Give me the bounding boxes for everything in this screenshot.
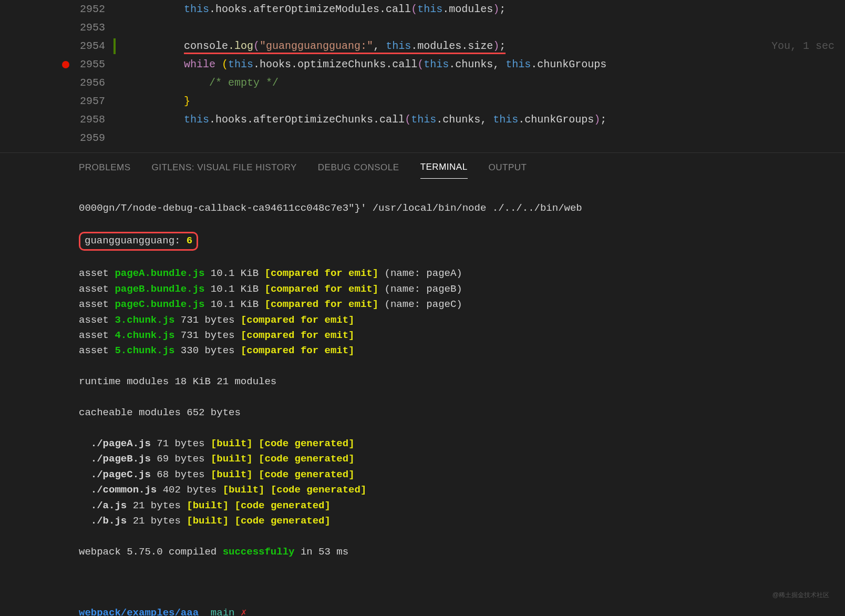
line-number: 2958 bbox=[80, 111, 105, 129]
terminal-line: runtime modules 18 KiB 21 modules bbox=[79, 374, 829, 389]
git-blame: You, 1 sec bbox=[771, 37, 834, 55]
terminal-content[interactable]: 0000gn/T/node-debug-callback-ca94611cc04… bbox=[0, 179, 845, 616]
panel: PROBLEMS GITLENS: VISUAL FILE HISTORY DE… bbox=[0, 152, 845, 616]
terminal-line: 0000gn/T/node-debug-callback-ca94611cc04… bbox=[79, 201, 829, 216]
code[interactable]: this.hooks.afterOptimizeChunks.call(this… bbox=[121, 111, 845, 129]
line-number: 2952 bbox=[80, 1, 105, 18]
tab-gitlens[interactable]: GITLENS: VISUAL FILE HISTORY bbox=[151, 160, 296, 179]
code[interactable]: console.log("guangguangguang:", this.mod… bbox=[121, 37, 845, 55]
breakpoint-icon[interactable] bbox=[62, 61, 69, 68]
terminal-built-line: ./pageB.js 69 bytes [built] [code genera… bbox=[79, 451, 829, 467]
code[interactable]: } bbox=[121, 93, 845, 110]
tab-terminal[interactable]: TERMINAL bbox=[420, 160, 468, 179]
modified-indicator bbox=[114, 38, 116, 54]
terminal-asset-line: asset pageB.bundle.js 10.1 KiB [compared… bbox=[79, 282, 829, 297]
gutter[interactable]: 2959 bbox=[0, 129, 121, 147]
gutter[interactable]: 2956 bbox=[0, 74, 121, 92]
line-number: 2957 bbox=[80, 93, 105, 110]
editor-pane[interactable]: 2952 this.hooks.afterOptimizeModules.cal… bbox=[0, 0, 845, 152]
gutter[interactable]: 2953 bbox=[0, 19, 121, 37]
terminal-built-line: ./a.js 21 bytes [built] [code generated] bbox=[79, 498, 829, 514]
terminal-built-line: ./pageC.js 68 bytes [built] [code genera… bbox=[79, 467, 829, 482]
watermark: @稀土掘金技术社区 bbox=[772, 590, 829, 600]
code-line[interactable]: 2955 while (this.hooks.optimizeChunks.ca… bbox=[0, 55, 845, 74]
gutter[interactable]: 2957 bbox=[0, 93, 121, 110]
terminal-line-highlight: guangguangguang: 6 bbox=[79, 232, 829, 250]
terminal-prompt[interactable]: webpack/examples/aaa main ✗ bbox=[79, 605, 829, 616]
terminal-asset-line: asset pageC.bundle.js 10.1 KiB [compared… bbox=[79, 297, 829, 312]
code-line[interactable]: 2952 this.hooks.afterOptimizeModules.cal… bbox=[0, 0, 845, 18]
terminal-asset-line: asset 4.chunk.js 731 bytes [compared for… bbox=[79, 328, 829, 343]
terminal-built-line: ./b.js 21 bytes [built] [code generated] bbox=[79, 514, 829, 529]
line-number: 2955 bbox=[80, 56, 105, 74]
code-line[interactable]: 2957 } bbox=[0, 92, 845, 110]
code-line[interactable]: 2954 console.log("guangguangguang:", thi… bbox=[0, 37, 845, 55]
terminal-asset-line: asset pageA.bundle.js 10.1 KiB [compared… bbox=[79, 266, 829, 281]
code-line[interactable]: 2958 this.hooks.afterOptimizeChunks.call… bbox=[0, 110, 845, 129]
tab-debug-console[interactable]: DEBUG CONSOLE bbox=[318, 160, 399, 179]
terminal-built-line: ./common.js 402 bytes [built] [code gene… bbox=[79, 482, 829, 498]
terminal-asset-line: asset 3.chunk.js 731 bytes [compared for… bbox=[79, 313, 829, 328]
line-number: 2959 bbox=[80, 129, 105, 147]
code-line[interactable]: 2959 bbox=[0, 129, 845, 147]
code-line[interactable]: 2953 bbox=[0, 18, 845, 37]
panel-tabs: PROBLEMS GITLENS: VISUAL FILE HISTORY DE… bbox=[0, 153, 845, 179]
tab-output[interactable]: OUTPUT bbox=[489, 160, 527, 179]
terminal-line: cacheable modules 652 bytes bbox=[79, 405, 829, 420]
gutter[interactable]: 2958 bbox=[0, 111, 121, 129]
line-number: 2954 bbox=[80, 37, 105, 55]
gutter[interactable]: 2955 bbox=[0, 56, 121, 74]
code[interactable]: while (this.hooks.optimizeChunks.call(th… bbox=[121, 56, 845, 74]
terminal-built-line: ./pageA.js 71 bytes [built] [code genera… bbox=[79, 436, 829, 451]
code[interactable]: /* empty */ bbox=[121, 74, 845, 92]
tab-problems[interactable]: PROBLEMS bbox=[79, 160, 130, 179]
line-number: 2953 bbox=[80, 19, 105, 37]
terminal-asset-line: asset 5.chunk.js 330 bytes [compared for… bbox=[79, 343, 829, 358]
code-line[interactable]: 2956 /* empty */ bbox=[0, 74, 845, 92]
gutter[interactable]: 2952 bbox=[0, 1, 121, 18]
code[interactable]: this.hooks.afterOptimizeModules.call(thi… bbox=[121, 1, 845, 18]
gutter[interactable]: 2954 bbox=[0, 37, 121, 55]
terminal-line: webpack 5.75.0 compiled successfully in … bbox=[79, 545, 829, 560]
line-number: 2956 bbox=[80, 74, 105, 92]
